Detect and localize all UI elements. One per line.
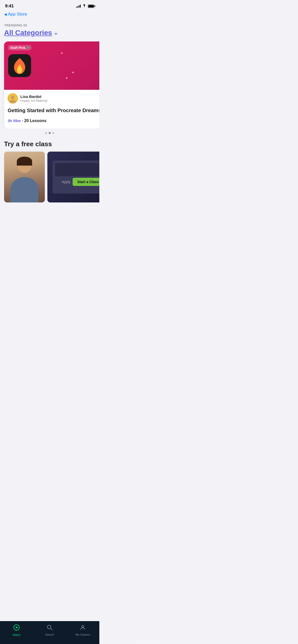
instructor-name: Lisa Bardot bbox=[20, 94, 48, 99]
back-navigation: ◀ App Store bbox=[0, 11, 99, 19]
chevron-down-icon[interactable]: ⌄ bbox=[53, 30, 58, 36]
back-chevron-icon: ◀ bbox=[4, 12, 7, 16]
staff-pick-text: Staff Pick. bbox=[10, 46, 26, 50]
free-class-grid: Apply Start a Class ☝ 🏷 bbox=[0, 152, 99, 202]
card-body: Lisa Bardot Happy Art-Making! Getting St… bbox=[4, 90, 99, 128]
carousel-dot-active bbox=[49, 132, 51, 134]
green-dot-indicator bbox=[27, 47, 29, 49]
instructor-row: Lisa Bardot Happy Art-Making! bbox=[8, 93, 99, 104]
signal-icon bbox=[76, 5, 81, 8]
category-row[interactable]: All Categories ⌄ bbox=[4, 29, 95, 37]
carousel-dot bbox=[45, 132, 47, 134]
laptop-thumbnail: Apply Start a Class ☝ bbox=[47, 152, 99, 202]
staff-pick-badge: Staff Pick. bbox=[8, 45, 32, 50]
main-content: TRENDING IN All Categories ⌄ ✦ ✦ ✦ ✦ ✦ bbox=[0, 19, 99, 228]
button-row: Apply Start a Class bbox=[62, 178, 99, 186]
card-thumbnail: ✦ ✦ ✦ ✦ ✦ Staff Pick. bbox=[4, 41, 99, 90]
instructor-avatar bbox=[8, 93, 18, 104]
svg-point-2 bbox=[11, 96, 15, 99]
carousel-dot bbox=[52, 132, 54, 134]
start-class-button[interactable]: Start a Class bbox=[73, 178, 99, 186]
free-class-card-person[interactable] bbox=[4, 152, 45, 202]
class-lessons: 20 Lessons bbox=[24, 119, 46, 123]
free-class-section-title: Try a free class bbox=[4, 140, 95, 148]
app-icon bbox=[8, 54, 31, 77]
separator: · bbox=[22, 119, 24, 123]
carousel-dots bbox=[4, 132, 95, 134]
status-time: 9:41 bbox=[5, 4, 14, 9]
class-card-main[interactable]: ✦ ✦ ✦ ✦ ✦ Staff Pick. bbox=[4, 41, 99, 128]
class-duration: 3h 55m bbox=[8, 119, 21, 123]
category-title[interactable]: All Categories bbox=[4, 29, 52, 37]
wifi-icon bbox=[82, 4, 86, 8]
free-class-card-laptop[interactable]: Apply Start a Class ☝ bbox=[47, 152, 99, 202]
trending-label: TRENDING IN bbox=[4, 23, 95, 27]
card-carousel: ✦ ✦ ✦ ✦ ✦ Staff Pick. bbox=[0, 41, 99, 128]
procreate-logo bbox=[12, 57, 27, 75]
class-title: Getting Started with Procreate Dreams: A… bbox=[8, 107, 99, 114]
class-duration-lessons: 3h 55m · 20 Lessons bbox=[8, 119, 46, 123]
instructor-tagline: Happy Art-Making! bbox=[20, 99, 48, 103]
back-label: App Store bbox=[8, 12, 27, 17]
class-meta: 3h 55m · 20 Lessons bbox=[8, 117, 99, 124]
instructor-info: Lisa Bardot Happy Art-Making! bbox=[20, 94, 48, 103]
back-link[interactable]: ◀ App Store bbox=[4, 12, 95, 17]
status-icons bbox=[76, 4, 94, 8]
status-bar: 9:41 bbox=[0, 0, 99, 11]
person-thumbnail bbox=[4, 152, 45, 202]
apply-label: Apply bbox=[62, 180, 71, 184]
screen-graphic: Apply Start a Class ☝ bbox=[52, 160, 99, 194]
battery-icon bbox=[88, 5, 94, 8]
